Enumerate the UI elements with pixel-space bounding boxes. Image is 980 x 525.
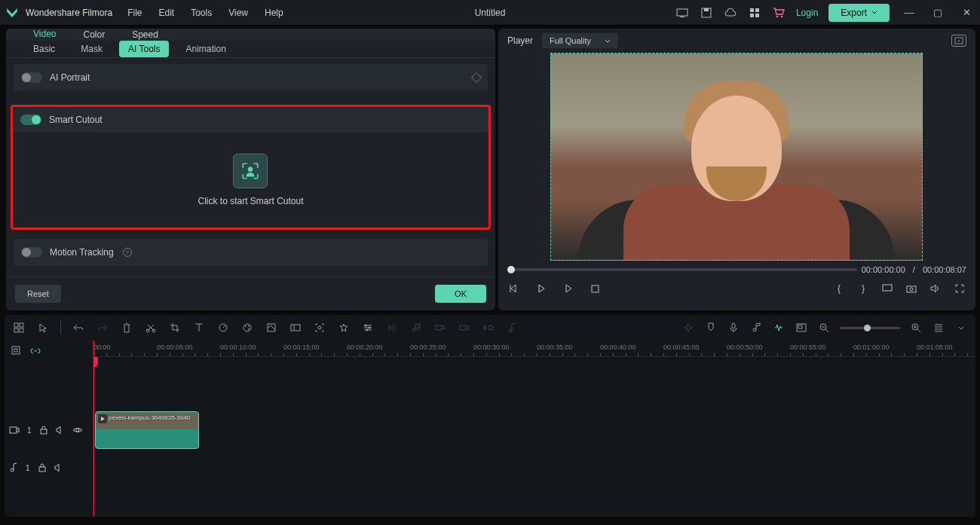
- zoom-slider[interactable]: [840, 327, 900, 329]
- subtab-animation[interactable]: Animation: [176, 41, 234, 57]
- smart-cutout-toggle[interactable]: [20, 114, 41, 125]
- cart-icon[interactable]: [772, 6, 786, 20]
- menu-edit[interactable]: Edit: [159, 8, 175, 18]
- speedramp-icon[interactable]: [289, 321, 302, 334]
- quality-dropdown[interactable]: Full Quality: [542, 33, 618, 48]
- split-icon[interactable]: [144, 321, 158, 334]
- zoom-in-icon[interactable]: [909, 321, 923, 334]
- motion-icon[interactable]: [482, 321, 495, 334]
- info-icon[interactable]: ?: [123, 248, 132, 257]
- scrub-track[interactable]: [507, 268, 857, 271]
- window-close[interactable]: ✕: [957, 7, 975, 18]
- cloud-icon[interactable]: [724, 6, 737, 20]
- save-icon[interactable]: [700, 6, 713, 20]
- subtab-mask[interactable]: Mask: [72, 41, 112, 57]
- music-icon[interactable]: [506, 321, 519, 334]
- marker-icon[interactable]: [704, 321, 718, 334]
- auto-beat-icon[interactable]: [772, 321, 786, 334]
- audio-detach-icon[interactable]: [385, 321, 399, 334]
- track-lock-icon[interactable]: [39, 426, 48, 435]
- document-title: Untitled: [475, 8, 506, 18]
- volume-icon[interactable]: [929, 282, 942, 295]
- greenscreen-icon[interactable]: [265, 321, 278, 334]
- stop-icon[interactable]: [589, 282, 602, 295]
- subtab-basic[interactable]: Basic: [24, 41, 64, 57]
- svg-point-53: [76, 429, 79, 432]
- delete-icon[interactable]: [120, 321, 133, 334]
- play-icon[interactable]: [534, 282, 548, 295]
- smart-cutout-start-button[interactable]: [233, 154, 268, 188]
- menu-help[interactable]: Help: [265, 8, 283, 18]
- motion-tracking-toggle[interactable]: [21, 247, 42, 258]
- svg-point-35: [412, 328, 415, 331]
- gutter-lock-icon[interactable]: [11, 345, 21, 356]
- adjust-icon[interactable]: [361, 321, 375, 334]
- audio-lock-icon[interactable]: [38, 463, 47, 472]
- audio-row[interactable]: [93, 449, 975, 487]
- snapshot-icon[interactable]: [951, 35, 966, 47]
- tab-video[interactable]: Video: [20, 29, 69, 41]
- audio-mute-icon[interactable]: [54, 463, 63, 472]
- speed-icon[interactable]: [216, 321, 230, 334]
- next-frame-icon[interactable]: [562, 282, 575, 295]
- prev-frame-icon[interactable]: [507, 282, 521, 295]
- record-icon[interactable]: [458, 321, 471, 334]
- video-clip[interactable]: pexels-kampus-3649835-3840: [95, 411, 199, 449]
- timeline: 1 1 00:0000:00:05:0000:00:10:0000:00:15:…: [5, 340, 975, 517]
- track-light-icon[interactable]: [681, 321, 695, 334]
- zoom-out-icon[interactable]: [817, 321, 831, 334]
- svg-rect-7: [755, 14, 759, 17]
- ratio-icon[interactable]: [795, 321, 808, 334]
- autoframe-icon[interactable]: [313, 321, 326, 334]
- menu-file[interactable]: File: [127, 8, 142, 18]
- track-visible-icon[interactable]: [72, 426, 83, 434]
- effects-icon[interactable]: [337, 321, 351, 334]
- playhead[interactable]: [93, 340, 94, 517]
- apps-icon[interactable]: [748, 6, 761, 20]
- svg-rect-4: [750, 8, 754, 12]
- window-maximize[interactable]: ▢: [929, 7, 947, 18]
- mark-in-icon[interactable]: {: [832, 282, 846, 295]
- track-mute-icon[interactable]: [56, 426, 65, 435]
- more-icon[interactable]: [954, 321, 968, 334]
- timeline-body[interactable]: 00:0000:00:05:0000:00:10:0000:00:15:0000…: [93, 340, 975, 517]
- toolbar-select-icon[interactable]: [36, 321, 50, 334]
- text-icon[interactable]: [192, 321, 206, 334]
- menu-tools[interactable]: Tools: [191, 8, 212, 18]
- color-icon[interactable]: [240, 321, 254, 334]
- ai-portrait-toggle[interactable]: [21, 72, 42, 83]
- mark-out-icon[interactable]: }: [856, 282, 870, 295]
- tab-color[interactable]: Color: [69, 29, 118, 41]
- export-button[interactable]: Export: [828, 4, 890, 22]
- export-label: Export: [841, 8, 867, 18]
- camera-icon[interactable]: [905, 282, 918, 295]
- login-button[interactable]: Login: [796, 8, 818, 18]
- crop-icon[interactable]: [168, 321, 182, 334]
- menu-view[interactable]: View: [228, 8, 248, 18]
- audio-track-icon[interactable]: [749, 321, 763, 334]
- scrub-handle[interactable]: [507, 266, 515, 273]
- audio-mute-icon[interactable]: [409, 321, 423, 334]
- window-minimize[interactable]: —: [900, 7, 918, 18]
- motion-tracking-row: Motion Tracking ?: [14, 239, 488, 266]
- subtab-ai-tools[interactable]: AI Tools: [119, 41, 169, 57]
- gutter-link-icon[interactable]: [30, 346, 41, 355]
- time-separator: /: [913, 265, 915, 274]
- smart-cutout-header: Smart Cutout: [13, 107, 488, 133]
- preview-viewport[interactable]: [550, 53, 923, 261]
- ok-button[interactable]: OK: [435, 285, 486, 303]
- keyframe-diamond-icon[interactable]: [471, 72, 482, 83]
- mic-icon[interactable]: [727, 321, 740, 334]
- display-icon[interactable]: [880, 282, 894, 295]
- device-icon[interactable]: [675, 6, 689, 20]
- track-height-icon[interactable]: [932, 321, 945, 334]
- fullscreen-icon[interactable]: [953, 282, 966, 295]
- tab-speed[interactable]: Speed: [118, 29, 172, 41]
- audio-sync-icon[interactable]: [433, 321, 447, 334]
- redo-icon[interactable]: [96, 321, 109, 334]
- toolbar-templates-icon[interactable]: [12, 321, 26, 334]
- timeline-ruler[interactable]: 00:0000:00:05:0000:00:10:0000:00:15:0000…: [93, 340, 975, 357]
- reset-button[interactable]: Reset: [15, 285, 61, 303]
- undo-icon[interactable]: [72, 321, 85, 334]
- svg-rect-52: [41, 429, 47, 434]
